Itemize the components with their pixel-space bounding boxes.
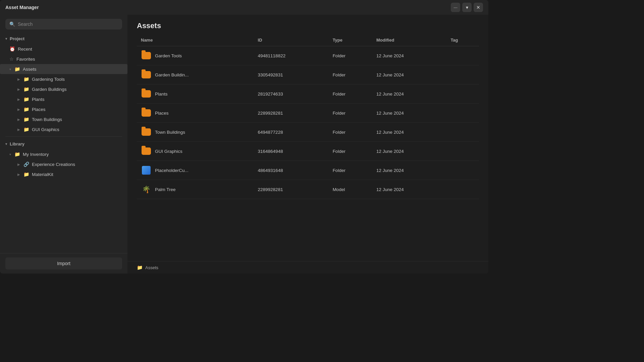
asset-name-label: Garden Buildin... xyxy=(155,72,189,77)
asset-name-label: GUI Graphics xyxy=(155,149,182,154)
cell-name: Plants xyxy=(137,84,254,104)
sidebar-item-my-inventory[interactable]: ▾ 📁 My Inventory xyxy=(0,149,127,159)
col-type[interactable]: Type xyxy=(329,34,372,46)
main-layout: 🔍 ▾ Project ⏰ Recent ☆ Favorites xyxy=(0,15,488,274)
sidebar-item-recent[interactable]: ⏰ Recent xyxy=(0,44,127,54)
asset-icon xyxy=(141,127,152,137)
content-header: Assets xyxy=(127,15,488,34)
sidebar-item-garden-buildings[interactable]: ▶ 📁 Garden Buildings xyxy=(0,84,127,94)
sidebar-content: ▾ Project ⏰ Recent ☆ Favorites ▾ 📁 Asset… xyxy=(0,34,127,253)
folder-orange-icon xyxy=(142,71,151,78)
cell-type: Folder xyxy=(329,142,372,161)
cell-modified: 12 June 2024 xyxy=(372,65,446,84)
collapse-button[interactable]: ▾ xyxy=(462,3,472,12)
gui-graphics-expand-icon: ▶ xyxy=(17,128,20,131)
cell-modified: 12 June 2024 xyxy=(372,161,446,180)
sidebar-item-town-buildings[interactable]: ▶ 📁 Town Buildings xyxy=(0,114,127,124)
folder-orange-icon xyxy=(142,128,151,136)
asset-icon xyxy=(141,165,152,176)
title-bar: Asset Manager ··· ▾ ✕ xyxy=(0,0,488,15)
asset-row-name: Garden Buildin... xyxy=(141,69,250,80)
sidebar: 🔍 ▾ Project ⏰ Recent ☆ Favorites xyxy=(0,15,127,274)
plants-folder-icon: 📁 xyxy=(23,97,29,102)
cell-name: PlaceholderCu... xyxy=(137,161,254,180)
more-options-button[interactable]: ··· xyxy=(451,3,460,12)
sidebar-item-plants[interactable]: ▶ 📁 Plants xyxy=(0,94,127,104)
cell-tag xyxy=(446,161,479,180)
sidebar-item-gardening-tools-label: Gardening Tools xyxy=(32,77,65,82)
cell-id: 49481118822 xyxy=(254,46,329,65)
sidebar-item-plants-label: Plants xyxy=(32,97,45,102)
sidebar-item-material-kit[interactable]: ▶ 📁 MaterialKit xyxy=(0,169,127,179)
sidebar-item-places-label: Places xyxy=(32,107,46,112)
experience-creations-link-icon: 🔗 xyxy=(23,162,29,167)
col-modified[interactable]: Modified xyxy=(372,34,446,46)
table-row[interactable]: Town Buildings 6494877228 Folder 12 June… xyxy=(137,123,479,142)
sidebar-item-assets-label: Assets xyxy=(23,67,37,72)
table-row[interactable]: Garden Buildin... 3305492831 Folder 12 J… xyxy=(137,65,479,84)
asset-name-label: Plants xyxy=(155,92,168,97)
library-section-header[interactable]: ▾ Library xyxy=(0,139,127,149)
cell-modified: 12 June 2024 xyxy=(372,46,446,65)
assets-folder-icon: 📁 xyxy=(14,66,20,72)
cell-id: 2289928281 xyxy=(254,104,329,123)
content-footer: 📁 Assets xyxy=(127,261,488,274)
table-row[interactable]: Garden Tools 49481118822 Folder 12 June … xyxy=(137,46,479,65)
col-name[interactable]: Name xyxy=(137,34,254,46)
search-icon: 🔍 xyxy=(9,21,15,27)
col-tag[interactable]: Tag xyxy=(446,34,479,46)
cell-name: Places xyxy=(137,104,254,123)
table-row[interactable]: PlaceholderCu... 4864931648 Folder 12 Ju… xyxy=(137,161,479,180)
cell-id: 2819274633 xyxy=(254,84,329,104)
sidebar-divider xyxy=(5,136,122,137)
cell-tag xyxy=(446,46,479,65)
cube-blue-icon xyxy=(142,166,151,175)
cell-tag xyxy=(446,65,479,84)
asset-row-name: PlaceholderCu... xyxy=(141,165,250,176)
app-window: Asset Manager ··· ▾ ✕ 🔍 ▾ Project xyxy=(0,0,488,274)
sidebar-item-gui-graphics-label: GUI Graphics xyxy=(32,127,59,132)
sidebar-item-favorites[interactable]: ☆ Favorites xyxy=(0,54,127,64)
asset-name-label: Town Buildings xyxy=(155,130,185,135)
cell-modified: 12 June 2024 xyxy=(372,142,446,161)
asset-row-name: Plants xyxy=(141,88,250,99)
cell-type: Model xyxy=(329,180,372,199)
town-buildings-folder-icon: 📁 xyxy=(23,117,29,122)
my-inventory-chevron-icon: ▾ xyxy=(9,153,11,156)
sidebar-item-recent-label: Recent xyxy=(18,47,32,52)
window-controls: ··· ▾ ✕ xyxy=(451,3,483,12)
sidebar-item-places[interactable]: ▶ 📁 Places xyxy=(0,104,127,114)
library-section-label: Library xyxy=(10,141,24,146)
cell-modified: 12 June 2024 xyxy=(372,180,446,199)
search-input[interactable] xyxy=(18,21,118,27)
table-row[interactable]: GUI Graphics 3164864948 Folder 12 June 2… xyxy=(137,142,479,161)
import-button[interactable]: Import xyxy=(5,257,122,269)
table-row[interactable]: Places 2289928281 Folder 12 June 2024 xyxy=(137,104,479,123)
cell-tag xyxy=(446,180,479,199)
sidebar-item-gardening-tools[interactable]: ▶ 📁 Gardening Tools xyxy=(0,74,127,84)
search-input-wrap[interactable]: 🔍 xyxy=(5,19,122,29)
palm-tree-icon: 🌴 xyxy=(142,185,151,193)
col-id[interactable]: ID xyxy=(254,34,329,46)
table-row[interactable]: 🌴 Palm Tree 2289928281 Model 12 June 202… xyxy=(137,180,479,199)
cell-name: Town Buildings xyxy=(137,123,254,142)
sidebar-item-favorites-label: Favorites xyxy=(16,57,35,62)
sidebar-item-my-inventory-label: My Inventory xyxy=(23,152,49,157)
garden-buildings-expand-icon: ▶ xyxy=(17,87,20,91)
cell-tag xyxy=(446,123,479,142)
app-title: Asset Manager xyxy=(5,5,39,10)
table-row[interactable]: Plants 2819274633 Folder 12 June 2024 xyxy=(137,84,479,104)
sidebar-item-experience-creations-label: Experience Creations xyxy=(32,162,75,167)
project-section-header[interactable]: ▾ Project xyxy=(0,34,127,44)
close-button[interactable]: ✕ xyxy=(474,3,483,12)
sidebar-item-assets[interactable]: ▾ 📁 Assets xyxy=(0,64,127,74)
cell-id: 2289928281 xyxy=(254,180,329,199)
library-chevron-icon: ▾ xyxy=(5,142,7,146)
sidebar-item-experience-creations[interactable]: ▶ 🔗 Experience Creations xyxy=(0,159,127,169)
cell-modified: 12 June 2024 xyxy=(372,123,446,142)
sidebar-item-gui-graphics[interactable]: ▶ 📁 GUI Graphics xyxy=(0,124,127,134)
gardening-tools-expand-icon: ▶ xyxy=(17,77,20,81)
material-kit-expand-icon: ▶ xyxy=(17,173,20,176)
cell-type: Folder xyxy=(329,104,372,123)
garden-buildings-folder-icon: 📁 xyxy=(23,86,29,92)
